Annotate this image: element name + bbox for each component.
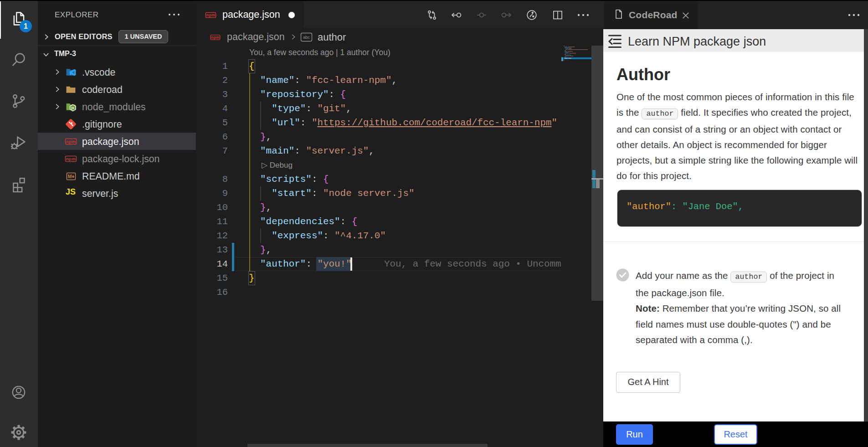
svg-text:abc: abc — [303, 35, 310, 40]
svg-text:npm: npm — [66, 156, 76, 161]
svg-text:npm: npm — [66, 139, 76, 144]
svg-text:js: js — [71, 106, 75, 110]
svg-text:M: M — [68, 174, 72, 179]
svg-text:npm: npm — [211, 36, 219, 40]
svg-text:npm: npm — [206, 13, 216, 17]
